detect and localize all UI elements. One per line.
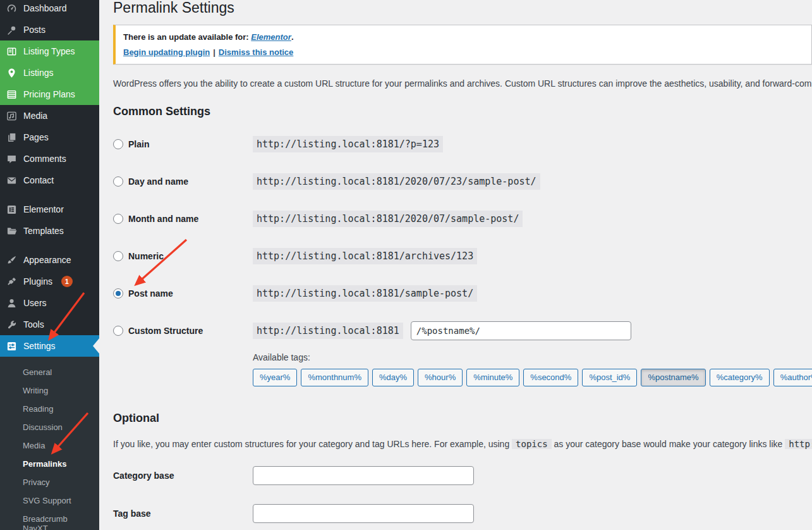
sidebar-item-label: Users — [23, 298, 47, 308]
sidebar-item-pages[interactable]: Pages — [0, 126, 99, 148]
sidebar-item-media[interactable]: Media — [0, 105, 99, 126]
sidebar-item-listing-types[interactable]: Listing Types — [0, 40, 99, 62]
row-label: Day and name — [128, 176, 188, 187]
submenu-item-permalinks[interactable]: Permalinks — [0, 455, 99, 473]
sidebar-item-label: Elementor — [23, 204, 64, 214]
submenu-item-writing[interactable]: Writing — [0, 381, 99, 400]
tag-button-postname[interactable]: %postname% — [641, 369, 705, 386]
sidebar-item-pricing-plans[interactable]: Pricing Plans — [0, 83, 99, 105]
sidebar-item-label: Templates — [23, 226, 64, 236]
tag-button-monthnum[interactable]: %monthnum% — [301, 369, 368, 386]
radio-plain[interactable] — [113, 139, 123, 149]
tag-base-input[interactable] — [253, 504, 474, 523]
row-custom-structure: Custom Structure http://listing.local:81… — [113, 312, 812, 350]
custom-structure-url-prefix: http://listing.local:8181 — [253, 323, 403, 339]
submenu-item-svg-support[interactable]: SVG Support — [0, 491, 99, 510]
sidebar-item-listings[interactable]: Listings — [0, 62, 99, 83]
dashboard-icon — [5, 3, 18, 14]
row-label: Plain — [128, 139, 149, 149]
contact-icon — [5, 175, 18, 186]
example-category-url-code: http://listing.local:8181/topics/uncateg… — [785, 439, 812, 449]
radio-month-and-name[interactable] — [113, 214, 123, 224]
permalink-example: http://listing.local:8181/2020/07/23/sam… — [253, 173, 540, 190]
tag-button-second[interactable]: %second% — [523, 369, 578, 386]
sidebar-item-appearance[interactable]: Appearance — [0, 249, 99, 271]
comments-icon — [5, 154, 18, 164]
row-tag-base: Tag base — [113, 495, 812, 530]
permalink-example: http://listing.local:8181/?p=123 — [253, 136, 443, 152]
sidebar-item-users[interactable]: Users — [0, 292, 99, 314]
intro-paragraph: WordPress offers you the ability to crea… — [113, 78, 812, 89]
tag-button-category[interactable]: %category% — [710, 369, 770, 386]
tag-button-year[interactable]: %year% — [253, 369, 297, 386]
sidebar-item-label: Contact — [23, 175, 54, 185]
admin-sidebar: Dashboard Posts Listing Types Listings P… — [0, 0, 99, 530]
radio-custom-structure[interactable] — [113, 326, 123, 336]
radio-numeric[interactable] — [113, 251, 123, 261]
listing-types-icon — [5, 46, 18, 57]
custom-structure-input[interactable] — [411, 321, 631, 340]
sidebar-item-label: Posts — [23, 25, 45, 35]
dismiss-notice-link[interactable]: Dismiss this notice — [219, 47, 293, 57]
admin-menu: Dashboard Posts Listing Types Listings P… — [0, 0, 99, 530]
sidebar-item-label: Comments — [23, 154, 66, 164]
templates-icon — [5, 226, 18, 237]
row-plain: Plain http://listing.local:8181/?p=123 — [113, 126, 812, 163]
sidebar-item-plugins[interactable]: Plugins 1 — [0, 271, 99, 292]
elementor-link[interactable]: Elementor — [251, 32, 291, 42]
sidebar-item-label: Tools — [23, 319, 44, 330]
submenu-item-breadcrumb-navxt[interactable]: Breadcrumb NavXT — [0, 510, 99, 530]
row-month-and-name: Month and name http://listing.local:8181… — [113, 200, 812, 238]
submenu-item-discussion[interactable]: Discussion — [0, 418, 99, 436]
radio-day-and-name[interactable] — [113, 176, 123, 187]
settings-icon — [5, 341, 18, 352]
sidebar-item-label: Appearance — [23, 255, 71, 265]
sidebar-item-settings[interactable]: Settings — [0, 335, 99, 357]
sidebar-item-contact[interactable]: Contact — [0, 169, 99, 191]
sidebar-item-templates[interactable]: Templates — [0, 220, 99, 242]
appearance-icon — [5, 255, 18, 266]
permalink-example: http://listing.local:8181/sample-post/ — [253, 285, 477, 302]
submenu-item-reading[interactable]: Reading — [0, 400, 99, 418]
submenu-item-general[interactable]: General — [0, 363, 99, 381]
submenu-item-privacy[interactable]: Privacy — [0, 473, 99, 491]
permalink-options-table: Plain http://listing.local:8181/?p=123 D… — [113, 126, 812, 386]
row-category-base: Category base — [113, 457, 812, 495]
pushpin-icon — [5, 25, 18, 35]
sidebar-item-comments[interactable]: Comments — [0, 148, 99, 169]
begin-updating-plugin-link[interactable]: Begin updating plugin — [123, 47, 210, 57]
notice-line-1: There is an update available for: Elemen… — [123, 32, 804, 42]
sidebar-item-posts[interactable]: Posts — [0, 19, 99, 40]
tag-button-minute[interactable]: %minute% — [466, 369, 519, 386]
row-label: Numeric — [128, 251, 164, 261]
pages-icon — [5, 132, 18, 143]
tag-button-author[interactable]: %author% — [773, 369, 812, 386]
tools-icon — [5, 319, 18, 330]
available-tags-label: Available tags: — [253, 352, 812, 362]
sidebar-item-elementor[interactable]: Elementor — [0, 199, 99, 220]
row-numeric: Numeric http://listing.local:8181/archiv… — [113, 238, 812, 275]
sidebar-item-dashboard[interactable]: Dashboard — [0, 0, 99, 19]
sidebar-item-tools[interactable]: Tools — [0, 314, 99, 335]
sidebar-item-label: Pricing Plans — [23, 89, 75, 99]
sidebar-item-label: Listings — [23, 68, 53, 78]
sidebar-item-label: Listing Types — [23, 46, 75, 56]
optional-paragraph: If you like, you may enter custom struct… — [113, 439, 812, 449]
row-day-and-name: Day and name http://listing.local:8181/2… — [113, 163, 812, 200]
current-menu-arrow — [93, 338, 99, 354]
tag-button-hour[interactable]: %hour% — [418, 369, 463, 386]
tag-button-post-id[interactable]: %post_id% — [582, 369, 637, 386]
settings-submenu: General Writing Reading Discussion Media… — [0, 357, 99, 530]
page-title: Permalink Settings — [113, 0, 812, 17]
sidebar-item-label: Plugins — [23, 276, 52, 287]
category-base-input[interactable] — [253, 466, 474, 485]
plugins-icon — [5, 276, 18, 287]
radio-post-name[interactable] — [113, 288, 123, 299]
sidebar-item-label: Media — [23, 111, 47, 121]
tag-button-day[interactable]: %day% — [372, 369, 414, 386]
submenu-item-media[interactable]: Media — [0, 436, 99, 455]
sidebar-item-label: Pages — [23, 132, 49, 142]
location-pin-icon — [5, 68, 18, 78]
row-label: Post name — [128, 288, 173, 299]
pricing-plans-icon — [5, 89, 18, 100]
